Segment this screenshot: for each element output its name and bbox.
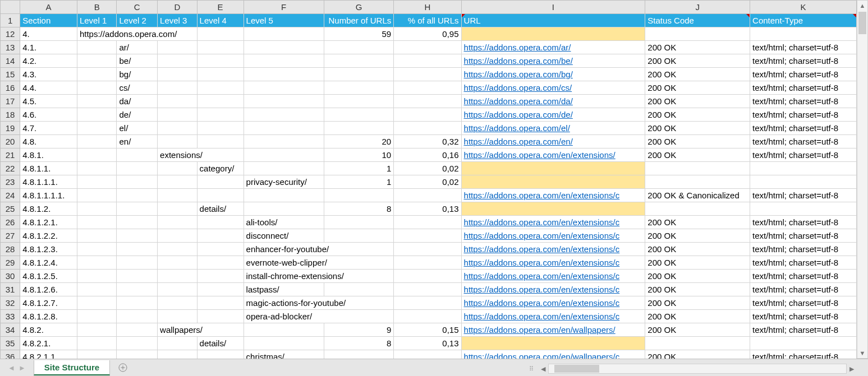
cell-A[interactable]: 4.1. bbox=[20, 41, 77, 54]
cell-G[interactable] bbox=[324, 68, 393, 81]
row-header[interactable]: 17 bbox=[1, 95, 20, 108]
select-all-corner[interactable] bbox=[1, 1, 20, 14]
col-header-J[interactable]: J bbox=[645, 1, 750, 14]
cell-K[interactable]: text/html; charset=utf-8 bbox=[750, 189, 857, 202]
url-link[interactable]: https://addons.opera.com/en/extensions/c bbox=[464, 231, 620, 240]
cell-H[interactable]: 0,16 bbox=[394, 148, 461, 162]
cell-F[interactable]: lastpass/ bbox=[244, 283, 324, 296]
cell-C[interactable]: da/ bbox=[117, 95, 158, 108]
cell-C[interactable] bbox=[117, 310, 158, 323]
cell-F[interactable]: evernote-web-clipper/ bbox=[244, 256, 394, 270]
cell-J[interactable]: 200 OK bbox=[645, 81, 750, 95]
cell-C[interactable] bbox=[117, 148, 158, 162]
cell-J[interactable]: 200 OK bbox=[645, 270, 750, 283]
url-link[interactable]: https://addons.opera.com/be/ bbox=[464, 56, 573, 66]
row-header-1[interactable]: 1 bbox=[1, 14, 20, 27]
cell-G[interactable]: 1 bbox=[324, 175, 393, 189]
cell-I[interactable] bbox=[461, 162, 645, 175]
cell-B[interactable] bbox=[77, 81, 117, 95]
cell-K[interactable]: text/html; charset=utf-8 bbox=[750, 229, 857, 243]
row-header[interactable]: 35 bbox=[1, 337, 20, 350]
cell-K[interactable]: text/html; charset=utf-8 bbox=[750, 122, 857, 135]
header-level4[interactable]: Level 4 bbox=[197, 14, 244, 27]
cell-D[interactable] bbox=[158, 310, 198, 323]
url-link[interactable]: https://addons.opera.com/en/extensions/c bbox=[464, 298, 620, 308]
cell-F[interactable]: privacy-security/ bbox=[244, 175, 324, 189]
url-link[interactable]: https://addons.opera.com/en/extensions/c bbox=[464, 244, 620, 254]
cell-I[interactable]: https://addons.opera.com/cs/ bbox=[461, 81, 645, 95]
cell-B[interactable] bbox=[77, 68, 117, 81]
cell-J[interactable]: 200 OK bbox=[645, 135, 750, 148]
cell-E[interactable] bbox=[197, 256, 244, 270]
cell-G[interactable] bbox=[324, 108, 393, 122]
cell-D[interactable] bbox=[158, 216, 198, 229]
url-link[interactable]: https://addons.opera.com/en/extensions/c bbox=[464, 271, 620, 281]
cell-A[interactable]: 4.8.1. bbox=[20, 148, 77, 162]
add-sheet-button[interactable] bbox=[116, 360, 130, 375]
cell-I[interactable]: https://addons.opera.com/en/extensions/ bbox=[461, 148, 645, 162]
cell-C[interactable] bbox=[117, 229, 158, 243]
cell-E[interactable] bbox=[197, 189, 244, 202]
cell-K[interactable]: text/html; charset=utf-8 bbox=[750, 54, 857, 68]
cell-F[interactable]: disconnect/ bbox=[244, 229, 324, 243]
cell-C[interactable]: be/ bbox=[117, 54, 158, 68]
cell-J[interactable]: 200 OK bbox=[645, 283, 750, 296]
cell-F[interactable] bbox=[244, 54, 324, 68]
url-link[interactable]: https://addons.opera.com/en/extensions/c bbox=[464, 258, 620, 267]
cell-G[interactable]: 9 bbox=[324, 323, 393, 337]
cell-F[interactable] bbox=[244, 27, 324, 41]
cell-B[interactable] bbox=[77, 216, 117, 229]
cell-K[interactable]: text/html; charset=utf-8 bbox=[750, 81, 857, 95]
cell-J[interactable] bbox=[645, 337, 750, 350]
row-header[interactable]: 33 bbox=[1, 310, 20, 323]
cell-A[interactable]: 4.8.1.2.3. bbox=[20, 243, 77, 256]
cell-F[interactable]: magic-actions-for-youtube/ bbox=[244, 296, 394, 310]
cell-F[interactable] bbox=[244, 135, 324, 148]
cell-K[interactable]: text/html; charset=utf-8 bbox=[750, 296, 857, 310]
tab-split-handle[interactable]: ⠿ bbox=[526, 365, 538, 373]
cell-B[interactable] bbox=[77, 310, 117, 323]
cell-E[interactable] bbox=[197, 175, 244, 189]
cell-K[interactable]: text/html; charset=utf-8 bbox=[750, 41, 857, 54]
cell-D[interactable] bbox=[158, 283, 198, 296]
cell-C[interactable] bbox=[117, 175, 158, 189]
cell-A[interactable]: 4.4. bbox=[20, 81, 77, 95]
cell-K[interactable]: text/html; charset=utf-8 bbox=[750, 68, 857, 81]
cell-A[interactable]: 4.5. bbox=[20, 95, 77, 108]
cell-I[interactable] bbox=[461, 202, 645, 216]
cell-B[interactable] bbox=[77, 202, 117, 216]
cell-K[interactable] bbox=[750, 162, 857, 175]
cell-H[interactable] bbox=[394, 81, 461, 95]
cell-D[interactable] bbox=[158, 108, 198, 122]
cell-F[interactable] bbox=[244, 95, 324, 108]
row-header[interactable]: 23 bbox=[1, 175, 20, 189]
tab-nav-prev[interactable]: ◄ bbox=[8, 364, 15, 372]
cell-H[interactable] bbox=[394, 108, 461, 122]
cell-D[interactable] bbox=[158, 202, 198, 216]
cell-I[interactable]: https://addons.opera.com/de/ bbox=[461, 108, 645, 122]
row-header[interactable]: 12 bbox=[1, 27, 20, 41]
col-header-I[interactable]: I bbox=[461, 1, 645, 14]
cell-E[interactable] bbox=[197, 135, 244, 148]
cell-A[interactable]: 4.8.1.1.1. bbox=[20, 175, 77, 189]
cell-G[interactable] bbox=[324, 122, 393, 135]
cell-G[interactable]: 1 bbox=[324, 162, 393, 175]
cell-J[interactable]: 200 OK bbox=[645, 256, 750, 270]
cell-G[interactable] bbox=[324, 81, 393, 95]
col-header-F[interactable]: F bbox=[244, 1, 324, 14]
cell-H[interactable] bbox=[394, 54, 461, 68]
cell-J[interactable]: 200 OK bbox=[645, 68, 750, 81]
cell-H[interactable] bbox=[394, 229, 461, 243]
cell-D[interactable] bbox=[158, 122, 198, 135]
cell-J[interactable]: 200 OK bbox=[645, 108, 750, 122]
col-header-G[interactable]: G bbox=[324, 1, 393, 14]
url-link[interactable]: https://addons.opera.com/el/ bbox=[464, 123, 570, 133]
cell-D[interactable] bbox=[158, 135, 198, 148]
cell-B[interactable] bbox=[77, 54, 117, 68]
cell-K[interactable] bbox=[750, 337, 857, 350]
cell-J[interactable]: 200 OK bbox=[645, 122, 750, 135]
cell-A[interactable]: 4.8.1.2.2. bbox=[20, 229, 77, 243]
cell-F[interactable]: install-chrome-extensions/ bbox=[244, 270, 394, 283]
horizontal-scroll-thumb[interactable] bbox=[554, 365, 599, 373]
cell-K[interactable] bbox=[750, 27, 857, 41]
